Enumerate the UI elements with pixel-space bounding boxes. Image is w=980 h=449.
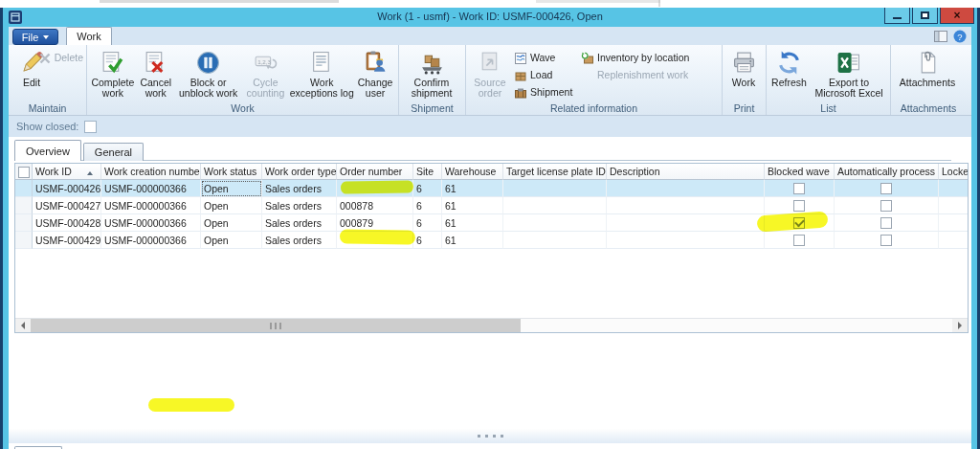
col-work-creation-number[interactable]: Work creation number [101,164,201,180]
app-window: Work (1 - usmf) - Work ID: USMF-000426, … [0,8,980,449]
document-x-icon [143,50,168,76]
screen-edge-artifact [100,0,339,3]
work-exceptions-log-button[interactable]: Work exceptions log [289,47,354,102]
col-work-order-type[interactable]: Work order type [262,164,337,180]
blocked-wave-checkbox[interactable] [793,217,805,229]
print-work-button[interactable]: Work [724,47,763,102]
inventory-by-location-button[interactable]: Inventory by location [579,50,717,66]
group-label-work: Work [87,102,398,114]
title-bar[interactable]: Work (1 - usmf) - Work ID: USMF-000426, … [3,8,977,27]
paperclip-document-icon [915,50,941,76]
source-order-icon [478,50,503,76]
pause-icon [195,50,221,76]
tab-strip-divider [14,160,951,161]
wave-icon [514,52,527,65]
confirm-shipment-button[interactable]: Confirm shipment [401,47,462,102]
col-locked[interactable]: Locked [939,164,969,180]
replenishment-work-button[interactable]: Replenishment work [579,67,717,83]
ribbon-group-attachments: Attachments Attachments [891,45,966,115]
work-row[interactable]: USMF-000429 USMF-000000366 Open Sales or… [15,232,969,249]
load-button[interactable]: Load [512,67,579,83]
source-order-button[interactable]: Source order [468,47,512,102]
col-warehouse[interactable]: Warehouse [442,164,503,180]
col-target-license-plate-id[interactable]: Target license plate ID [503,164,607,180]
pane-splitter[interactable] [9,429,971,443]
scrollbar-thumb[interactable] [31,319,521,332]
excel-icon [835,50,861,76]
complete-work-button[interactable]: Complete work [89,47,137,102]
tab-overview[interactable]: Overview [14,140,81,161]
group-label-shipment: Shipment [399,102,465,114]
select-all-cell[interactable] [15,164,33,180]
col-automatically-process[interactable]: Automatically process [835,164,939,180]
document-check-icon [100,50,125,76]
work-row[interactable]: USMF-000426 USMF-000000366 Open Sales or… [15,180,969,197]
work-row[interactable]: USMF-000428 USMF-000000366 Open Sales or… [15,214,969,232]
horizontal-scrollbar[interactable] [15,318,968,332]
conveyor-boxes-icon [419,50,445,76]
col-blocked-wave[interactable]: Blocked wave [765,164,835,180]
group-label-related-information: Related information [466,102,722,114]
scroll-left-button[interactable] [15,319,31,332]
svg-text:1,2,3: 1,2,3 [257,58,271,65]
maximize-icon [921,11,929,19]
minimize-button[interactable] [884,8,910,24]
col-description[interactable]: Description [607,164,765,180]
blocked-wave-checkbox[interactable] [793,200,805,212]
help-icon[interactable]: ? [953,30,967,45]
automatically-process-checkbox[interactable] [880,217,892,229]
show-closed-checkbox[interactable] [84,121,97,133]
ribbon-group-related-information: Source order Wave Load Shipment [466,45,723,115]
col-work-status[interactable]: Work status [201,164,262,180]
cycle-counting-button[interactable]: 1,2,3 Cycle counting [242,47,290,102]
window-client-area: File Work ? Edit Delete Maintain [9,27,971,449]
tab-overview-general[interactable]: General [83,143,144,161]
delete-button[interactable]: Delete [36,50,85,66]
maximize-button[interactable] [912,8,938,24]
attachments-button[interactable]: Attachments [893,47,962,102]
svg-text:?: ? [957,32,962,42]
col-work-id[interactable]: Work ID [33,164,101,180]
change-user-button[interactable]: Change user [354,47,396,102]
layout-icon[interactable] [934,31,947,44]
refresh-button[interactable]: Refresh [768,47,810,102]
automatically-process-checkbox[interactable] [880,183,892,194]
blocked-wave-checkbox[interactable] [793,183,805,194]
wave-button[interactable]: Wave [512,50,579,66]
col-order-number[interactable]: Order number [337,164,413,180]
refresh-icon [776,50,802,76]
ribbon: Edit Delete Maintain Complete work Cance… [9,45,971,116]
form-content: Overview General Work ID Work creation n… [9,137,971,449]
block-unblock-work-button[interactable]: Block or unblock work [175,47,242,102]
filter-bar: Show closed: [9,116,971,137]
work-row[interactable]: USMF-000427 USMF-000000366 Open Sales or… [15,197,969,214]
arrow-right-icon [958,322,962,329]
shipment-button[interactable]: Shipment [512,84,579,101]
blocked-wave-checkbox[interactable] [793,235,805,246]
sort-ascending-icon [87,171,93,175]
scrollbar-grip [270,323,281,329]
automatically-process-checkbox[interactable] [880,200,892,212]
screen-edge-artifact [658,0,660,7]
window-title: Work (1 - usmf) - Work ID: USMF-000426, … [3,11,977,22]
ribbon-group-shipment: Confirm shipment Shipment [399,45,466,115]
col-site[interactable]: Site [413,164,442,180]
group-label-print: Print [723,102,766,114]
shipment-box-icon [514,86,527,100]
close-button[interactable]: × [940,8,974,24]
select-all-checkbox[interactable] [18,167,30,178]
automatically-process-checkbox[interactable] [880,235,892,246]
ribbon-group-work: Complete work Cancel work Block or unblo… [87,45,399,115]
focused-cell[interactable]: Open [201,180,262,197]
group-label-list: List [767,102,890,114]
header-row: Work ID Work creation number Work status… [15,164,969,180]
file-menu-button[interactable]: File [12,29,58,45]
printer-icon [731,50,757,76]
scroll-right-button[interactable] [952,319,968,332]
tab-work[interactable]: Work [66,27,112,45]
screen-edge-artifact [536,0,660,3]
export-to-excel-button[interactable]: Export to Microsoft Excel [810,47,888,102]
counting-123-icon: 1,2,3 [253,50,278,76]
delete-x-icon [38,52,52,65]
cancel-work-button[interactable]: Cancel work [137,47,175,102]
